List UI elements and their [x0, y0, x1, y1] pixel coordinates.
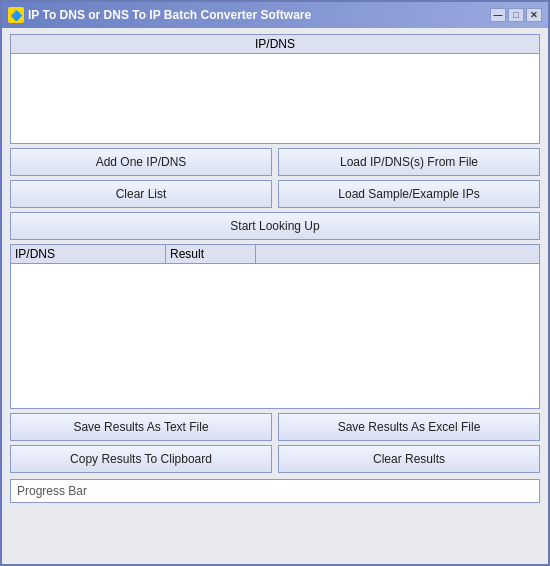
copy-clipboard-button[interactable]: Copy Results To Clipboard: [10, 445, 272, 473]
progress-bar: Progress Bar: [10, 479, 540, 503]
title-controls: — □ ✕: [490, 8, 542, 22]
results-table: IP/DNS Result: [10, 244, 540, 409]
app-icon: 🔷: [8, 7, 24, 23]
save-excel-button[interactable]: Save Results As Excel File: [278, 413, 540, 441]
button-row-1: Add One IP/DNS Load IP/DNS(s) From File: [10, 148, 540, 176]
clear-results-button[interactable]: Clear Results: [278, 445, 540, 473]
results-header: IP/DNS Result: [11, 245, 539, 264]
clear-list-button[interactable]: Clear List: [10, 180, 272, 208]
result-button-row-1: Save Results As Text File Save Results A…: [10, 413, 540, 441]
window-title: IP To DNS or DNS To IP Batch Converter S…: [28, 8, 311, 22]
start-looking-up-button[interactable]: Start Looking Up: [10, 212, 540, 240]
progress-bar-label: Progress Bar: [17, 484, 87, 498]
load-sample-button[interactable]: Load Sample/Example IPs: [278, 180, 540, 208]
title-bar: 🔷 IP To DNS or DNS To IP Batch Converter…: [2, 2, 548, 28]
maximize-button[interactable]: □: [508, 8, 524, 22]
save-text-button[interactable]: Save Results As Text File: [10, 413, 272, 441]
add-one-button[interactable]: Add One IP/DNS: [10, 148, 272, 176]
main-window: 🔷 IP To DNS or DNS To IP Batch Converter…: [0, 0, 550, 566]
title-bar-left: 🔷 IP To DNS or DNS To IP Batch Converter…: [8, 7, 311, 23]
result-col2-header: Result: [166, 245, 256, 263]
close-button[interactable]: ✕: [526, 8, 542, 22]
minimize-button[interactable]: —: [490, 8, 506, 22]
input-column-header: IP/DNS: [11, 35, 539, 54]
button-row-2: Clear List Load Sample/Example IPs: [10, 180, 540, 208]
content-area: IP/DNS Add One IP/DNS Load IP/DNS(s) Fro…: [2, 28, 548, 564]
load-from-file-button[interactable]: Load IP/DNS(s) From File: [278, 148, 540, 176]
result-col3-header: [256, 245, 539, 263]
input-table: IP/DNS: [10, 34, 540, 144]
result-col1-header: IP/DNS: [11, 245, 166, 263]
result-button-row-2: Copy Results To Clipboard Clear Results: [10, 445, 540, 473]
